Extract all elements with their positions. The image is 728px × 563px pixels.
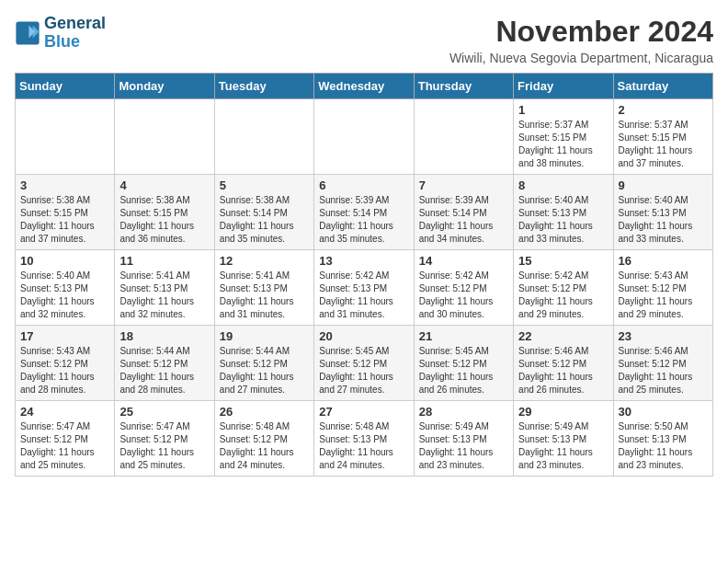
day-info: Sunrise: 5:40 AM Sunset: 5:13 PM Dayligh… [518,194,608,246]
calendar-table: SundayMondayTuesdayWednesdayThursdayFrid… [15,73,713,477]
logo: General Blue [15,15,106,52]
weekday-header: Thursday [414,74,513,99]
calendar-cell: 1Sunrise: 5:37 AM Sunset: 5:15 PM Daylig… [514,99,613,175]
day-info: Sunrise: 5:45 AM Sunset: 5:12 PM Dayligh… [319,345,408,396]
day-info: Sunrise: 5:43 AM Sunset: 5:12 PM Dayligh… [619,270,708,321]
day-number: 29 [518,405,608,419]
day-info: Sunrise: 5:40 AM Sunset: 5:13 PM Dayligh… [619,194,708,246]
day-info: Sunrise: 5:49 AM Sunset: 5:13 PM Dayligh… [419,420,508,472]
calendar-cell: 14Sunrise: 5:42 AM Sunset: 5:12 PM Dayli… [414,250,513,326]
day-info: Sunrise: 5:47 AM Sunset: 5:12 PM Dayligh… [119,420,209,472]
day-info: Sunrise: 5:43 AM Sunset: 5:12 PM Dayligh… [20,345,109,396]
day-info: Sunrise: 5:42 AM Sunset: 5:12 PM Dayligh… [518,270,608,321]
day-number: 14 [419,254,508,268]
calendar-week-row: 3Sunrise: 5:38 AM Sunset: 5:15 PM Daylig… [16,175,713,250]
day-info: Sunrise: 5:47 AM Sunset: 5:12 PM Dayligh… [20,420,109,472]
day-number: 4 [119,178,209,192]
day-number: 6 [319,178,408,192]
logo-text: General Blue [44,15,106,52]
day-info: Sunrise: 5:48 AM Sunset: 5:13 PM Dayligh… [319,420,408,472]
day-info: Sunrise: 5:45 AM Sunset: 5:12 PM Dayligh… [419,345,508,396]
day-info: Sunrise: 5:46 AM Sunset: 5:12 PM Dayligh… [619,345,708,396]
calendar-cell [115,99,214,175]
day-info: Sunrise: 5:37 AM Sunset: 5:15 PM Dayligh… [619,119,708,170]
calendar-cell: 4Sunrise: 5:38 AM Sunset: 5:15 PM Daylig… [115,175,214,250]
location-subtitle: Wiwili, Nueva Segovia Department, Nicara… [449,51,713,65]
calendar-cell: 17Sunrise: 5:43 AM Sunset: 5:12 PM Dayli… [16,326,115,401]
day-number: 3 [20,178,109,192]
day-info: Sunrise: 5:49 AM Sunset: 5:13 PM Dayligh… [518,420,608,472]
calendar-cell: 26Sunrise: 5:48 AM Sunset: 5:12 PM Dayli… [214,401,313,477]
day-info: Sunrise: 5:38 AM Sunset: 5:15 PM Dayligh… [20,194,109,246]
day-number: 27 [319,405,408,419]
calendar-cell: 2Sunrise: 5:37 AM Sunset: 5:15 PM Daylig… [613,99,712,175]
calendar-cell [16,99,115,175]
day-number: 8 [518,178,608,192]
day-info: Sunrise: 5:46 AM Sunset: 5:12 PM Dayligh… [518,345,608,396]
day-number: 15 [518,254,608,268]
calendar-cell: 6Sunrise: 5:39 AM Sunset: 5:14 PM Daylig… [314,175,414,250]
calendar-week-row: 17Sunrise: 5:43 AM Sunset: 5:12 PM Dayli… [16,326,713,401]
calendar-week-row: 24Sunrise: 5:47 AM Sunset: 5:12 PM Dayli… [16,401,713,477]
calendar-cell: 10Sunrise: 5:40 AM Sunset: 5:13 PM Dayli… [16,250,115,326]
day-info: Sunrise: 5:44 AM Sunset: 5:12 PM Dayligh… [119,345,209,396]
calendar-cell: 16Sunrise: 5:43 AM Sunset: 5:12 PM Dayli… [613,250,712,326]
day-number: 23 [619,329,708,343]
calendar-cell: 22Sunrise: 5:46 AM Sunset: 5:12 PM Dayli… [514,326,613,401]
calendar-cell: 7Sunrise: 5:39 AM Sunset: 5:14 PM Daylig… [414,175,513,250]
month-title: November 2024 [449,15,713,49]
day-number: 1 [518,103,608,117]
calendar-cell: 20Sunrise: 5:45 AM Sunset: 5:12 PM Dayli… [314,326,414,401]
calendar-cell: 3Sunrise: 5:38 AM Sunset: 5:15 PM Daylig… [16,175,115,250]
day-number: 2 [619,103,708,117]
day-info: Sunrise: 5:39 AM Sunset: 5:14 PM Dayligh… [419,194,508,246]
day-info: Sunrise: 5:42 AM Sunset: 5:12 PM Dayligh… [419,270,508,321]
day-info: Sunrise: 5:39 AM Sunset: 5:14 PM Dayligh… [319,194,408,246]
day-number: 12 [220,254,309,268]
day-number: 17 [20,329,109,343]
calendar-cell: 27Sunrise: 5:48 AM Sunset: 5:13 PM Dayli… [314,401,414,477]
day-number: 22 [518,329,608,343]
calendar-cell [314,99,414,175]
calendar-cell: 9Sunrise: 5:40 AM Sunset: 5:13 PM Daylig… [613,175,712,250]
calendar-cell: 11Sunrise: 5:41 AM Sunset: 5:13 PM Dayli… [115,250,214,326]
calendar-cell: 28Sunrise: 5:49 AM Sunset: 5:13 PM Dayli… [414,401,513,477]
calendar-cell: 30Sunrise: 5:50 AM Sunset: 5:13 PM Dayli… [613,401,712,477]
calendar-week-row: 10Sunrise: 5:40 AM Sunset: 5:13 PM Dayli… [16,250,713,326]
calendar-cell [214,99,313,175]
calendar-cell: 19Sunrise: 5:44 AM Sunset: 5:12 PM Dayli… [214,326,313,401]
calendar-cell: 25Sunrise: 5:47 AM Sunset: 5:12 PM Dayli… [115,401,214,477]
day-info: Sunrise: 5:41 AM Sunset: 5:13 PM Dayligh… [119,270,209,321]
day-number: 10 [20,254,109,268]
day-number: 30 [619,405,708,419]
day-info: Sunrise: 5:40 AM Sunset: 5:13 PM Dayligh… [20,270,109,321]
calendar-header-row: SundayMondayTuesdayWednesdayThursdayFrid… [16,74,713,99]
day-number: 26 [220,405,309,419]
day-number: 5 [220,178,309,192]
day-number: 20 [319,329,408,343]
weekday-header: Saturday [613,74,712,99]
weekday-header: Tuesday [214,74,313,99]
day-number: 16 [619,254,708,268]
day-info: Sunrise: 5:41 AM Sunset: 5:13 PM Dayligh… [220,270,309,321]
day-number: 13 [319,254,408,268]
day-number: 24 [20,405,109,419]
calendar-cell: 23Sunrise: 5:46 AM Sunset: 5:12 PM Dayli… [613,326,712,401]
day-info: Sunrise: 5:50 AM Sunset: 5:13 PM Dayligh… [619,420,708,472]
calendar-cell: 29Sunrise: 5:49 AM Sunset: 5:13 PM Dayli… [514,401,613,477]
day-info: Sunrise: 5:38 AM Sunset: 5:15 PM Dayligh… [119,194,209,246]
day-number: 9 [619,178,708,192]
day-number: 7 [419,178,508,192]
day-number: 28 [419,405,508,419]
calendar-cell: 18Sunrise: 5:44 AM Sunset: 5:12 PM Dayli… [115,326,214,401]
weekday-header: Monday [115,74,214,99]
weekday-header: Wednesday [314,74,414,99]
day-number: 18 [119,329,209,343]
logo-icon [15,20,40,46]
calendar-cell [414,99,513,175]
day-info: Sunrise: 5:42 AM Sunset: 5:13 PM Dayligh… [319,270,408,321]
day-info: Sunrise: 5:48 AM Sunset: 5:12 PM Dayligh… [220,420,309,472]
weekday-header: Sunday [16,74,115,99]
calendar-cell: 12Sunrise: 5:41 AM Sunset: 5:13 PM Dayli… [214,250,313,326]
day-number: 25 [119,405,209,419]
